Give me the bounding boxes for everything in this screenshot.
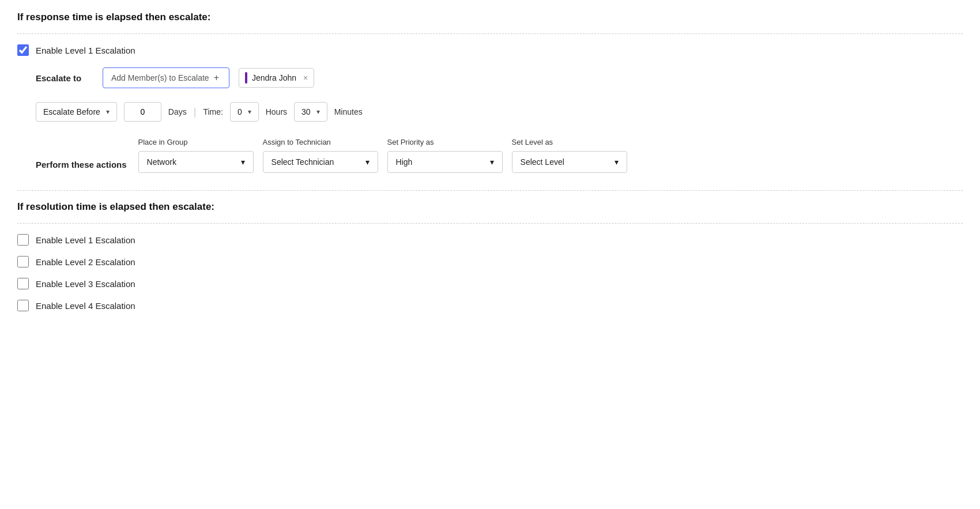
res-level3-row: Enable Level 3 Escalation xyxy=(17,278,963,289)
resolution-checkboxes: Enable Level 1 Escalation Enable Level 2… xyxy=(17,234,963,311)
hours-label: Hours xyxy=(266,107,287,116)
res-level1-checkbox[interactable] xyxy=(17,234,29,246)
add-members-input[interactable]: Add Member(s) to Escalate + xyxy=(103,67,229,88)
days-input[interactable] xyxy=(124,102,161,122)
resolution-divider xyxy=(17,223,963,224)
hours-select[interactable]: 0 ▾ xyxy=(230,102,259,122)
place-in-group-col: Place in Group Network ▾ xyxy=(138,138,254,173)
tag-bar xyxy=(245,72,247,84)
place-in-group-label: Place in Group xyxy=(138,138,254,146)
perform-actions-layout: Perform these actions Place in Group Net… xyxy=(36,138,963,173)
minutes-value: 30 xyxy=(301,107,311,116)
escalate-before-select[interactable]: Escalate Before ▾ xyxy=(36,102,117,122)
add-members-text: Add Member(s) to Escalate xyxy=(111,73,209,82)
tag-name: Jendra John xyxy=(252,73,296,82)
timing-row: Escalate Before ▾ Days | Time: 0 ▾ Hours… xyxy=(36,102,963,122)
res-level1-label: Enable Level 1 Escalation xyxy=(36,235,135,245)
level1-checkbox-row: Enable Level 1 Escalation xyxy=(17,44,963,56)
res-level2-row: Enable Level 2 Escalation xyxy=(17,256,963,267)
res-level4-label: Enable Level 4 Escalation xyxy=(36,301,135,311)
res-level2-label: Enable Level 2 Escalation xyxy=(36,257,135,267)
hours-chevron: ▾ xyxy=(248,108,251,116)
actions-columns: Place in Group Network ▾ Assign to Techn… xyxy=(138,138,627,173)
jendra-john-tag: Jendra John × xyxy=(239,68,314,88)
resolution-section-title: If resolution time is elapsed then escal… xyxy=(17,201,963,213)
assign-technician-label: Assign to Technician xyxy=(263,138,378,146)
res-level2-checkbox[interactable] xyxy=(17,256,29,267)
set-priority-select[interactable]: High ▾ xyxy=(387,151,503,173)
res-level4-checkbox[interactable] xyxy=(17,300,29,311)
level1-label: Enable Level 1 Escalation xyxy=(36,46,135,55)
res-level3-checkbox[interactable] xyxy=(17,278,29,289)
tag-close-button[interactable]: × xyxy=(303,73,308,82)
set-level-label: Set Level as xyxy=(512,138,627,146)
set-priority-value: High xyxy=(396,157,413,167)
res-level1-row: Enable Level 1 Escalation xyxy=(17,234,963,246)
plus-icon: + xyxy=(214,73,219,83)
minutes-label: Minutes xyxy=(334,107,363,116)
set-priority-col: Set Priority as High ▾ xyxy=(387,138,503,173)
set-level-col: Set Level as Select Level ▾ xyxy=(512,138,627,173)
set-level-chevron: ▾ xyxy=(615,157,619,167)
response-section-title: If response time is elapsed then escalat… xyxy=(17,12,963,23)
assign-technician-chevron: ▾ xyxy=(365,157,370,167)
days-label: Days xyxy=(168,107,187,116)
escalate-to-row: Escalate to Add Member(s) to Escalate + … xyxy=(36,67,963,88)
perform-actions-label: Perform these actions xyxy=(36,138,127,169)
resolution-section: If resolution time is elapsed then escal… xyxy=(17,201,963,311)
top-divider xyxy=(17,33,963,34)
escalate-before-chevron: ▾ xyxy=(106,108,110,116)
assign-technician-select[interactable]: Select Technician ▾ xyxy=(263,151,378,173)
minutes-chevron: ▾ xyxy=(316,108,320,116)
place-in-group-value: Network xyxy=(147,157,176,167)
pipe-separator: | xyxy=(194,106,197,118)
assign-technician-col: Assign to Technician Select Technician ▾ xyxy=(263,138,378,173)
set-level-select[interactable]: Select Level ▾ xyxy=(512,151,627,173)
middle-divider xyxy=(17,190,963,191)
escalate-before-label: Escalate Before xyxy=(43,107,100,116)
level1-checkbox[interactable] xyxy=(17,44,29,56)
place-in-group-chevron: ▾ xyxy=(241,157,245,167)
place-in-group-select[interactable]: Network ▾ xyxy=(138,151,254,173)
set-priority-label: Set Priority as xyxy=(387,138,503,146)
escalate-to-label: Escalate to xyxy=(36,73,93,83)
set-level-value: Select Level xyxy=(521,157,564,167)
res-level4-row: Enable Level 4 Escalation xyxy=(17,300,963,311)
hours-value: 0 xyxy=(238,107,242,116)
minutes-select[interactable]: 30 ▾ xyxy=(294,102,327,122)
time-label: Time: xyxy=(203,107,223,116)
res-level3-label: Enable Level 3 Escalation xyxy=(36,279,135,289)
set-priority-chevron: ▾ xyxy=(490,157,494,167)
assign-technician-value: Select Technician xyxy=(272,157,334,167)
